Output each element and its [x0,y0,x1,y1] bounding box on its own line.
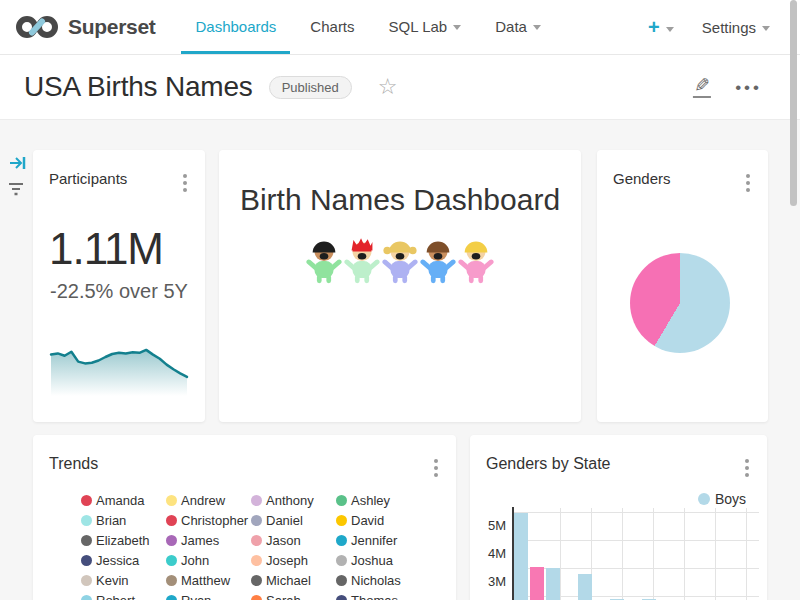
kid-emoji [382,236,418,284]
vertical-scrollbar-thumb[interactable] [790,0,797,206]
bar-boys[interactable] [514,513,528,600]
chevron-down-icon [666,27,674,32]
filter-funnel-icon[interactable] [7,180,25,198]
legend-item-jessica[interactable]: Jessica [81,550,166,570]
legend-item-kevin[interactable]: Kevin [81,570,166,590]
legend-dot [336,595,347,600]
nav-item-dashboards[interactable]: Dashboards [181,0,290,54]
bar-boys[interactable] [578,574,592,600]
page-title: USA Births Names [24,71,253,103]
bar-boys[interactable] [546,568,560,600]
legend-item-ryan[interactable]: Ryan [166,590,251,600]
legend-dot [251,595,262,600]
legend-dot [336,575,347,586]
genders-by-state-card: Genders by State Boys 5M4M3M [470,435,767,600]
kebab-menu-icon[interactable] [434,459,438,463]
legend-item-michael[interactable]: Michael [251,570,336,590]
chevron-down-icon [762,26,770,31]
markdown-card: Birth Names Dashboard [219,150,581,422]
nav-item-data[interactable]: Data [481,0,555,54]
legend-label: Nicholas [351,573,401,588]
legend-label: Christopher [181,513,248,528]
participants-trendline-chart [47,338,191,398]
legend-label: David [351,513,384,528]
legend-item-matthew[interactable]: Matthew [166,570,251,590]
gridline [653,508,654,600]
kebab-menu-icon[interactable] [746,174,750,178]
legend-dot [336,555,347,566]
legend-label: Thomas [351,593,398,600]
logo-text: Superset [68,15,155,39]
superset-logo[interactable]: Superset [16,13,155,41]
legend-item-andrew[interactable]: Andrew [166,490,251,510]
legend-dot [166,515,177,526]
chart-title: Participants [49,170,127,187]
legend-label: Kevin [96,573,129,588]
legend-label: John [181,553,209,568]
gridline [560,508,561,600]
participants-card: Participants 1.11M -22.5% over 5Y [33,150,205,422]
legend-item-christopher[interactable]: Christopher [166,510,251,530]
legend-dot [81,515,92,526]
legend-item-thomas[interactable]: Thomas [336,590,421,600]
new-button[interactable]: + [648,17,674,37]
legend-item-jennifer[interactable]: Jennifer [336,530,421,550]
legend-dot [81,575,92,586]
edit-pencil-icon[interactable]: ✎ [693,76,711,98]
legend-dot [251,535,262,546]
legend-item-brian[interactable]: Brian [81,510,166,530]
legend-label: Anthony [266,493,314,508]
legend-item-anthony[interactable]: Anthony [251,490,336,510]
legend-item-amanda[interactable]: Amanda [81,490,166,510]
kid-emoji [306,236,342,284]
legend-dot [336,495,347,506]
bar-girls[interactable] [530,567,544,600]
legend-item-ashley[interactable]: Ashley [336,490,421,510]
chart-title: Genders [613,170,671,187]
more-options-icon[interactable]: ••• [735,79,762,96]
top-nav: Superset DashboardsChartsSQL LabData + S… [0,0,800,55]
legend-item-sarah[interactable]: Sarah [251,590,336,600]
legend-label: Robert [96,593,135,600]
gridline [622,508,623,600]
chevron-down-icon [453,25,461,30]
legend-item-joseph[interactable]: Joseph [251,550,336,570]
favorite-star-icon[interactable]: ☆ [378,76,398,98]
legend-item-jason[interactable]: Jason [251,530,336,550]
legend-item-elizabeth[interactable]: Elizabeth [81,530,166,550]
legend-dot [251,495,262,506]
boys-legend-item[interactable]: Boys [698,491,746,507]
legend-item-john[interactable]: John [166,550,251,570]
settings-menu[interactable]: Settings [702,19,770,36]
legend-dot [698,493,710,505]
legend-item-joshua[interactable]: Joshua [336,550,421,570]
legend-dot [81,495,92,506]
legend-item-robert[interactable]: Robert [81,590,166,600]
legend-item-james[interactable]: James [166,530,251,550]
kebab-menu-icon[interactable] [183,174,187,178]
legend-dot [251,555,262,566]
legend-dot [166,495,177,506]
gridline [715,508,716,600]
legend-dot [81,555,92,566]
chart-title: Genders by State [486,455,611,473]
status-badge: Published [269,76,352,99]
genders-pie-chart [630,253,730,353]
kid-emoji [344,236,380,284]
legend-label: Ryan [181,593,211,600]
y-axis-tick: 4M [476,547,506,561]
nav-item-sql-lab[interactable]: SQL Lab [375,0,476,54]
y-axis-tick: 3M [476,575,506,589]
legend-label: Andrew [181,493,225,508]
expand-filter-bar-icon[interactable] [9,154,27,172]
legend-label: Elizabeth [96,533,149,548]
legend-label: Jason [266,533,301,548]
legend-item-david[interactable]: David [336,510,421,530]
kid-emoji [458,236,494,284]
trends-legend: AmandaAndrewAnthonyAshleyBrianChristophe… [81,490,421,600]
nav-item-charts[interactable]: Charts [296,0,368,54]
legend-item-nicholas[interactable]: Nicholas [336,570,421,590]
legend-dot [251,515,262,526]
legend-item-daniel[interactable]: Daniel [251,510,336,530]
kebab-menu-icon[interactable] [745,459,749,463]
